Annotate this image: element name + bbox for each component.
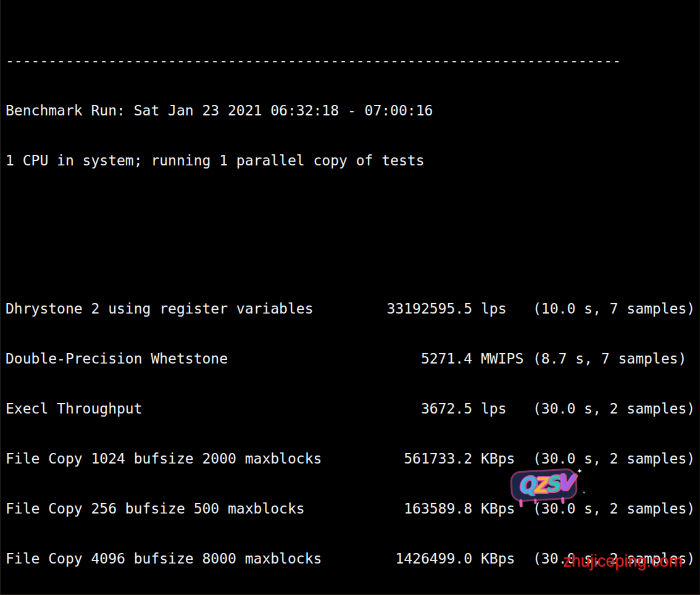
test-unit: MWIPS (472, 350, 533, 368)
test-name: File Copy 1024 bufsize 2000 maxblocks (6, 450, 340, 468)
paint-drip (519, 499, 523, 507)
result-row: File Copy 1024 bufsize 2000 maxblocks561… (6, 450, 699, 468)
blank-line (6, 202, 699, 220)
test-name: File Copy 256 bufsize 500 maxblocks (6, 500, 340, 518)
paint-drip (561, 497, 565, 504)
test-name: Execl Throughput (6, 400, 340, 418)
result-row: Double-Precision Whetstone5271.4MWIPS(8.… (6, 350, 699, 368)
qzsv-graffiti-watermark: QZSV✦✦ (510, 438, 578, 532)
test-unit: KBps (472, 550, 533, 568)
test-note: (8.7 s, 7 samples) (533, 350, 699, 368)
test-value: 1426499.0 (340, 550, 472, 568)
test-note: (10.0 s, 7 samples) (533, 300, 699, 318)
graffiti-letter-z: Z (533, 473, 545, 497)
graffiti-background-blob: QZSV✦✦ (512, 470, 577, 500)
test-name: Double-Precision Whetstone (6, 350, 340, 368)
graffiti-letter-q: Q (516, 472, 535, 499)
sparkle-icon: ✦ (582, 488, 586, 495)
result-row: Dhrystone 2 using register variables3319… (6, 300, 699, 318)
graffiti-letter-s: S (544, 472, 558, 497)
test-value: 561733.2 (340, 450, 472, 468)
result-row: File Copy 256 bufsize 500 maxblocks16358… (6, 500, 699, 518)
separator-line: ----------------------------------------… (6, 52, 699, 70)
cpu-info-line: 1 CPU in system; running 1 parallel copy… (6, 152, 699, 170)
test-name: Dhrystone 2 using register variables (6, 300, 340, 318)
test-unit: lps (472, 400, 533, 418)
test-value: 163589.8 (340, 500, 472, 518)
benchmark-run-line: Benchmark Run: Sat Jan 23 2021 06:32:18 … (6, 102, 699, 120)
test-value: 33192595.5 (340, 300, 472, 318)
site-watermark: zhujiceping.com (563, 552, 683, 570)
result-row: Execl Throughput3672.5lps(30.0 s, 2 samp… (6, 400, 699, 418)
test-note: (30.0 s, 2 samples) (533, 400, 699, 418)
graffiti-letter-v: V (556, 470, 570, 495)
test-value: 3672.5 (340, 400, 472, 418)
raw-results-table: Dhrystone 2 using register variables3319… (6, 268, 699, 595)
paint-drip (534, 499, 536, 504)
test-name: File Copy 4096 bufsize 8000 maxblocks (6, 550, 340, 568)
sparkle-icon: ✦ (577, 465, 583, 476)
test-unit: lps (472, 300, 533, 318)
terminal-window: ----------------------------------------… (0, 0, 700, 595)
test-value: 5271.4 (340, 350, 472, 368)
